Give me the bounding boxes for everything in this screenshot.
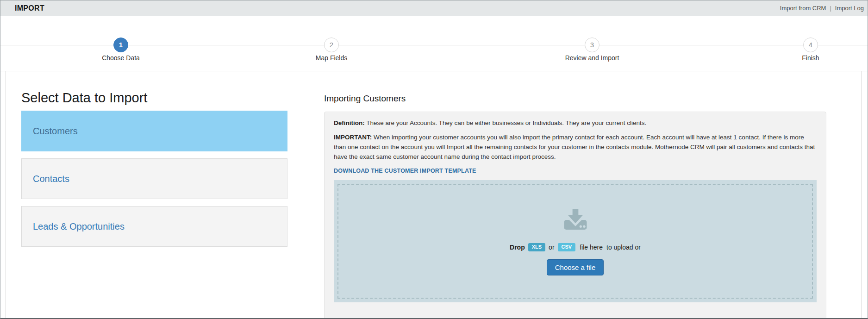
option-customers-label: Customers [33, 126, 78, 137]
main-content-inner: Select Data to Import Customers Contacts… [6, 71, 862, 319]
step-choose-data: 1 Choose Data [70, 38, 172, 62]
import-from-crm-link[interactable]: Import from CRM [780, 5, 826, 12]
step-4-label: Finish [760, 54, 862, 62]
select-data-heading: Select Data to Import [21, 90, 147, 106]
download-file-icon [562, 209, 589, 232]
csv-badge: CSV [558, 243, 576, 251]
step-4-indicator: 4 [803, 38, 818, 52]
option-contacts[interactable]: Contacts [21, 158, 287, 199]
file-here-label: file here [580, 244, 603, 251]
step-2-indicator: 2 [324, 38, 339, 52]
definition-paragraph: Definition: These are your Accounts. The… [334, 118, 817, 128]
main-content: Select Data to Import Customers Contacts… [0, 71, 868, 319]
choose-file-button[interactable]: Choose a file [547, 259, 604, 275]
to-upload-label: to upload or [606, 244, 641, 251]
step-review-and-import: 3 Review and Import [541, 38, 643, 62]
step-map-fields: 2 Map Fields [281, 38, 382, 62]
or-label: or [549, 244, 554, 251]
option-leads-opportunities[interactable]: Leads & Opportunities [21, 206, 287, 247]
wizard-stepper: 1 Choose Data 2 Map Fields 3 Review and … [0, 16, 868, 71]
file-dropzone[interactable]: Drop XLS or CSV file here to upload or C… [334, 180, 817, 302]
topbar-links: Import from CRM | Import Log [780, 5, 864, 12]
importing-customers-heading: Importing Customers [324, 94, 406, 104]
dropzone-instruction: Drop XLS or CSV file here to upload or [510, 243, 641, 251]
download-template-link[interactable]: DOWNLOAD THE CUSTOMER IMPORT TEMPLATE [334, 168, 476, 174]
step-finish: 4 Finish [760, 38, 862, 62]
option-leads-opportunities-label: Leads & Opportunities [33, 221, 125, 232]
step-2-label: Map Fields [281, 54, 382, 62]
step-3-label: Review and Import [541, 54, 643, 62]
dropzone-dashed-area: Drop XLS or CSV file here to upload or C… [337, 184, 813, 299]
option-customers[interactable]: Customers [21, 111, 287, 151]
topbar-link-separator: | [830, 5, 831, 12]
import-page: IMPORT Import from CRM | Import Log 1 Ch… [0, 0, 868, 319]
definition-text: These are your Accounts. They can be eit… [365, 119, 647, 126]
important-paragraph: IMPORTANT: When importing your customer … [334, 132, 817, 162]
important-text: When importing your customer accounts yo… [334, 134, 815, 160]
import-log-link[interactable]: Import Log [835, 5, 864, 12]
option-contacts-label: Contacts [33, 174, 69, 184]
important-label: IMPORTANT: [334, 134, 372, 141]
xls-badge: XLS [528, 243, 545, 251]
step-3-indicator: 3 [585, 38, 599, 52]
page-title: IMPORT [15, 4, 44, 13]
definition-label: Definition: [334, 119, 365, 126]
drop-label: Drop [510, 244, 525, 251]
importing-info-panel: Definition: These are your Accounts. The… [324, 112, 826, 319]
step-1-label: Choose Data [70, 54, 172, 62]
step-1-indicator: 1 [113, 38, 128, 52]
topbar: IMPORT Import from CRM | Import Log [0, 0, 868, 16]
